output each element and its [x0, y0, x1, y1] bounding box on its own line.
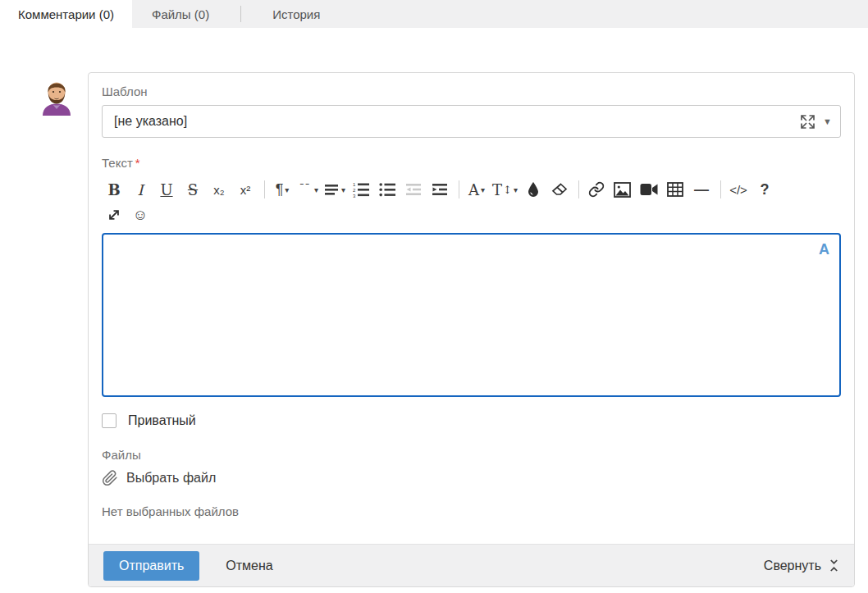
source-code-button[interactable]: </> — [728, 178, 749, 201]
eraser-icon — [550, 181, 569, 198]
tab-history[interactable]: История — [253, 0, 340, 28]
chevron-down-icon: ▾ — [481, 185, 485, 194]
bold-button[interactable]: B — [103, 178, 125, 201]
cancel-button[interactable]: Отмена — [226, 559, 272, 573]
font-size-button[interactable]: T↕▾ — [492, 178, 518, 201]
bullet-list-button[interactable] — [377, 178, 398, 201]
tab-bar: Комментарии (0) Файлы (0) История — [0, 0, 868, 28]
underline-button[interactable]: U — [156, 178, 177, 201]
text-label: Текст* — [102, 156, 841, 170]
align-left-icon — [324, 182, 340, 198]
no-files-text: Нет выбранных файлов — [102, 504, 841, 518]
editor-toolbar-row2: ☺ — [102, 202, 841, 230]
template-select[interactable]: [не указано] ▼ — [102, 105, 841, 138]
form-footer: Отправить Отмена Свернуть — [89, 544, 854, 586]
font-color-button[interactable]: A▾ — [466, 178, 487, 201]
blockquote-button[interactable]: “▾ — [298, 178, 319, 201]
chevron-down-icon: ▾ — [314, 185, 318, 194]
collapse-button[interactable]: Свернуть — [764, 559, 839, 573]
choose-file-label: Выбрать файл — [126, 471, 216, 486]
link-icon — [588, 181, 605, 198]
toolbar-separator — [720, 180, 721, 198]
horizontal-rule-button[interactable]: — — [691, 178, 712, 201]
comment-card: Шаблон [не указано] ▼ Текст* — [88, 72, 855, 587]
indent-icon — [432, 181, 448, 198]
ordered-list-icon: 1 2 3 — [353, 181, 369, 198]
submit-button[interactable]: Отправить — [103, 551, 199, 581]
droplet-icon — [526, 181, 541, 198]
subscript-button[interactable]: x₂ — [208, 178, 230, 201]
choose-file-button[interactable]: Выбрать файл — [102, 470, 841, 486]
chevron-down-icon: ▾ — [341, 185, 345, 194]
required-mark: * — [135, 156, 140, 170]
paragraph-format-button[interactable]: ¶▾ — [272, 178, 293, 201]
svg-text:3: 3 — [353, 194, 356, 198]
files-label: Файлы — [102, 448, 841, 462]
tab-files[interactable]: Файлы (0) — [132, 0, 229, 28]
private-checkbox-row[interactable]: Приватный — [102, 413, 841, 428]
align-button[interactable]: ▾ — [324, 178, 345, 201]
insert-image-button[interactable] — [612, 178, 633, 201]
toolbar-separator — [264, 180, 265, 198]
collapse-icon — [829, 559, 839, 572]
insert-video-button[interactable] — [638, 178, 660, 201]
superscript-button[interactable]: x² — [235, 178, 256, 201]
chevron-down-icon: ▾ — [285, 185, 289, 194]
highlight-color-button[interactable] — [523, 178, 544, 201]
toolbar-separator — [578, 180, 579, 198]
table-icon — [667, 182, 683, 197]
bullet-list-icon — [379, 181, 395, 198]
svg-text:1: 1 — [353, 182, 356, 187]
chevron-down-icon: ▼ — [823, 116, 832, 126]
tab-comments[interactable]: Комментарии (0) — [0, 0, 132, 28]
toolbar-separator — [459, 180, 459, 198]
paperclip-icon — [102, 470, 118, 486]
clear-format-button[interactable] — [549, 178, 570, 201]
help-button[interactable]: ? — [754, 178, 775, 201]
comment-text-editor[interactable]: A — [102, 233, 841, 397]
template-select-value: [не указано] — [114, 114, 799, 129]
tab-divider — [240, 6, 241, 22]
private-label: Приватный — [128, 413, 196, 428]
outdent-button — [403, 178, 424, 201]
strikethrough-button[interactable]: S — [182, 178, 203, 201]
spellcheck-badge[interactable]: A — [819, 241, 829, 258]
comment-form-row: Шаблон [не указано] ▼ Текст* — [37, 72, 855, 587]
insert-table-button[interactable] — [665, 178, 686, 201]
avatar — [37, 76, 76, 116]
italic-button[interactable]: I — [130, 178, 151, 201]
image-icon — [614, 182, 631, 198]
chevron-down-icon: ▾ — [514, 185, 518, 194]
indent-button[interactable] — [429, 178, 450, 201]
svg-text:2: 2 — [353, 188, 356, 193]
editor-toolbar: B I U S x₂ x² ¶▾ “▾ ▾ — [102, 176, 841, 201]
resize-diagonal-icon — [107, 208, 121, 222]
emoji-button[interactable]: ☺ — [130, 203, 151, 226]
private-checkbox[interactable] — [102, 413, 116, 428]
ordered-list-button[interactable]: 1 2 3 — [350, 178, 372, 201]
up-down-arrow-icon: ↕ — [503, 184, 512, 196]
outdent-icon — [405, 181, 422, 198]
expand-icon[interactable] — [799, 113, 816, 130]
insert-link-button[interactable] — [586, 178, 607, 201]
template-label: Шаблон — [102, 84, 841, 98]
video-camera-icon — [640, 183, 658, 196]
fullscreen-editor-button[interactable] — [103, 203, 125, 226]
collapse-label: Свернуть — [764, 559, 821, 573]
